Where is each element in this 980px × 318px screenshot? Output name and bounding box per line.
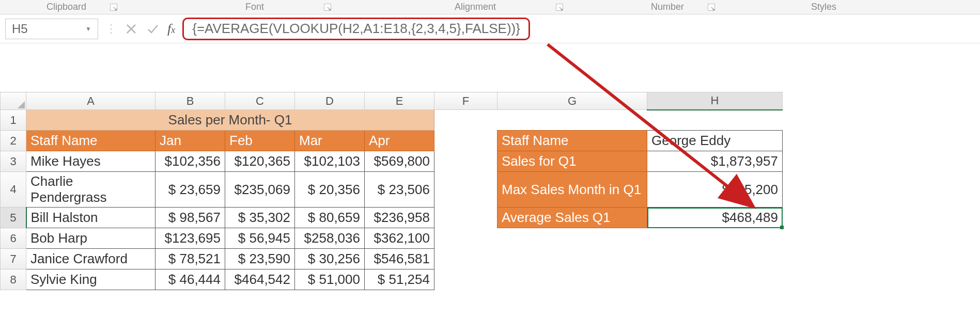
table-header[interactable]: Apr <box>365 131 434 151</box>
table-cell[interactable]: $258,036 <box>295 228 365 249</box>
name-box-value: H5 <box>12 22 28 36</box>
select-all-corner[interactable] <box>1 92 26 110</box>
row-header[interactable]: 1 <box>1 110 26 131</box>
col-header-H[interactable]: H <box>647 92 783 110</box>
table-cell[interactable]: $ 56,945 <box>225 228 295 249</box>
cell[interactable] <box>497 110 647 131</box>
col-header-G[interactable]: G <box>497 92 647 110</box>
cell[interactable] <box>434 249 497 269</box>
cell[interactable] <box>647 228 783 249</box>
table-cell[interactable]: $236,958 <box>365 208 434 228</box>
summary-label[interactable]: Staff Name <box>497 131 647 151</box>
col-header-B[interactable]: B <box>155 92 225 110</box>
spreadsheet-grid[interactable]: A B C D E F G H 1 Sales per Month- Q1 2 … <box>0 92 980 290</box>
ribbon-group-labels: Clipboard Font Alignment Number Styles <box>0 0 980 14</box>
name-box[interactable]: H5 ▼ <box>5 19 98 39</box>
col-header-C[interactable]: C <box>225 92 295 110</box>
cell[interactable] <box>497 269 647 290</box>
summary-value[interactable]: $785,200 <box>647 172 783 208</box>
cell[interactable] <box>647 249 783 269</box>
ribbon-group-number: Number <box>651 2 684 12</box>
table-cell[interactable]: $362,100 <box>365 228 434 249</box>
table-cell[interactable]: $ 80,659 <box>295 208 365 228</box>
table-cell[interactable]: Bill Halston <box>26 208 155 228</box>
table-cell[interactable]: Janice Crawford <box>26 249 155 269</box>
divider: ⋮ <box>105 22 117 36</box>
ribbon-group-clipboard: Clipboard <box>46 2 86 12</box>
dialog-launcher-icon[interactable] <box>110 4 117 11</box>
table-header[interactable]: Feb <box>225 131 295 151</box>
table-cell[interactable]: $464,542 <box>225 269 295 290</box>
ribbon-group-font: Font <box>245 2 264 12</box>
dialog-launcher-icon[interactable] <box>708 4 715 11</box>
table-cell[interactable]: Bob Harp <box>26 228 155 249</box>
row-header[interactable]: 5 <box>1 208 26 228</box>
table-cell[interactable]: $ 23,590 <box>225 249 295 269</box>
table-cell[interactable]: $ 30,256 <box>295 249 365 269</box>
table-cell[interactable]: $235,069 <box>225 172 295 208</box>
dialog-launcher-icon[interactable] <box>324 4 331 11</box>
table-cell[interactable]: $102,103 <box>295 151 365 172</box>
cell[interactable] <box>434 151 497 172</box>
cell[interactable] <box>497 249 647 269</box>
summary-value[interactable]: $1,873,957 <box>647 151 783 172</box>
formula-input[interactable]: {=AVERAGE(VLOOKUP(H2,A1:E18,{2,3,4,5},FA… <box>182 18 530 40</box>
formula-bar: H5 ▼ ⋮ fx {=AVERAGE(VLOOKUP(H2,A1:E18,{2… <box>0 14 980 43</box>
chevron-down-icon[interactable]: ▼ <box>85 25 91 33</box>
table-cell[interactable]: $ 35,302 <box>225 208 295 228</box>
cell[interactable] <box>434 172 497 208</box>
table-cell[interactable]: Sylvie King <box>26 269 155 290</box>
table-cell[interactable]: $546,581 <box>365 249 434 269</box>
cell[interactable] <box>434 208 497 228</box>
table-header[interactable]: Staff Name <box>26 131 155 151</box>
summary-label[interactable]: Sales for Q1 <box>497 151 647 172</box>
table-cell[interactable]: $569,800 <box>365 151 434 172</box>
dialog-launcher-icon[interactable] <box>556 4 563 11</box>
col-header-F[interactable]: F <box>434 92 497 110</box>
col-header-E[interactable]: E <box>365 92 434 110</box>
cell[interactable] <box>497 228 647 249</box>
row-header[interactable]: 7 <box>1 249 26 269</box>
summary-value[interactable]: George Eddy <box>647 131 783 151</box>
row-header[interactable]: 8 <box>1 269 26 290</box>
cell[interactable] <box>434 228 497 249</box>
table-cell[interactable]: $ 23,659 <box>155 172 225 208</box>
table-cell[interactable]: $ 23,506 <box>365 172 434 208</box>
cell[interactable] <box>647 269 783 290</box>
enter-icon[interactable] <box>146 22 160 36</box>
row-header[interactable]: 2 <box>1 131 26 151</box>
ribbon-group-alignment: Alignment <box>455 2 496 12</box>
fx-icon[interactable]: fx <box>167 21 175 37</box>
cancel-icon[interactable] <box>124 22 138 36</box>
cell[interactable] <box>434 269 497 290</box>
table-cell[interactable]: $ 51,000 <box>295 269 365 290</box>
formula-text: {=AVERAGE(VLOOKUP(H2,A1:E18,{2,3,4,5},FA… <box>192 21 520 37</box>
table-cell[interactable]: $ 46,444 <box>155 269 225 290</box>
table-cell[interactable]: $120,365 <box>225 151 295 172</box>
ribbon-group-styles: Styles <box>811 2 836 12</box>
table-cell[interactable]: $ 98,567 <box>155 208 225 228</box>
column-header-row: A B C D E F G H <box>1 92 783 110</box>
row-header[interactable]: 4 <box>1 172 26 208</box>
table-cell[interactable]: Mike Hayes <box>26 151 155 172</box>
summary-label[interactable]: Max Sales Month in Q1 <box>497 172 647 208</box>
col-header-D[interactable]: D <box>295 92 365 110</box>
table-cell[interactable]: $ 20,356 <box>295 172 365 208</box>
table-cell[interactable]: $ 78,521 <box>155 249 225 269</box>
table-header[interactable]: Jan <box>155 131 225 151</box>
selected-cell[interactable]: $468,489 <box>647 208 783 228</box>
table-cell[interactable]: $102,356 <box>155 151 225 172</box>
table-header[interactable]: Mar <box>295 131 365 151</box>
summary-label[interactable]: Average Sales Q1 <box>497 208 647 228</box>
cell[interactable] <box>434 131 497 151</box>
table-cell[interactable]: $123,695 <box>155 228 225 249</box>
row-header[interactable]: 3 <box>1 151 26 172</box>
table-cell[interactable]: $ 51,254 <box>365 269 434 290</box>
table-title[interactable]: Sales per Month- Q1 <box>26 110 434 131</box>
table-cell[interactable]: Charlie Pendergrass <box>26 172 155 208</box>
cell[interactable] <box>647 110 783 131</box>
col-header-A[interactable]: A <box>26 92 155 110</box>
cell[interactable] <box>434 110 497 131</box>
row-header[interactable]: 6 <box>1 228 26 249</box>
